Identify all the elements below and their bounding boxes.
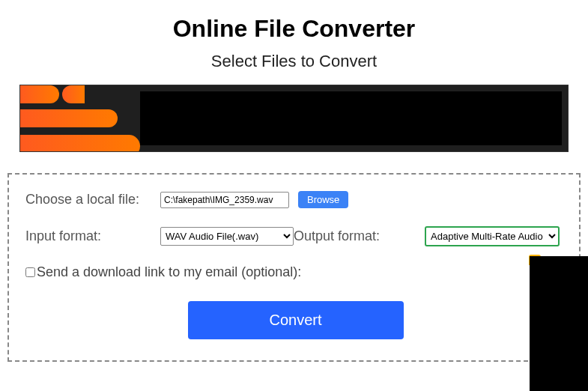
ad-banner — [19, 85, 569, 152]
output-format-select[interactable]: Adaptive Multi-Rate Audio File(.amr) — [425, 226, 560, 246]
overlay-panel — [530, 256, 588, 391]
format-row: Input format: WAV Audio File(.wav) Outpu… — [25, 226, 566, 246]
banner-decoration — [20, 85, 133, 151]
choose-file-label: Choose a local file: — [25, 192, 160, 207]
choose-file-row: Choose a local file: Browse — [25, 191, 566, 208]
banner-inner — [140, 91, 562, 145]
email-checkbox[interactable] — [25, 267, 35, 277]
browse-button[interactable]: Browse — [298, 191, 348, 208]
page-subtitle: Select Files to Convert — [0, 52, 588, 71]
email-row: Send a download link to my email (option… — [25, 264, 566, 280]
file-path-input[interactable] — [160, 192, 289, 208]
input-format-select[interactable]: WAV Audio File(.wav) — [160, 227, 294, 246]
input-format-label: Input format: — [25, 228, 160, 244]
output-format-label: Output format: — [294, 228, 380, 244]
convert-button[interactable]: Convert — [188, 301, 404, 339]
page-title: Online File Converter — [0, 15, 588, 43]
convert-row: Convert — [25, 301, 566, 339]
convert-form-panel: Choose a local file: Browse Input format… — [7, 173, 581, 362]
email-label: Send a download link to my email (option… — [37, 264, 301, 280]
